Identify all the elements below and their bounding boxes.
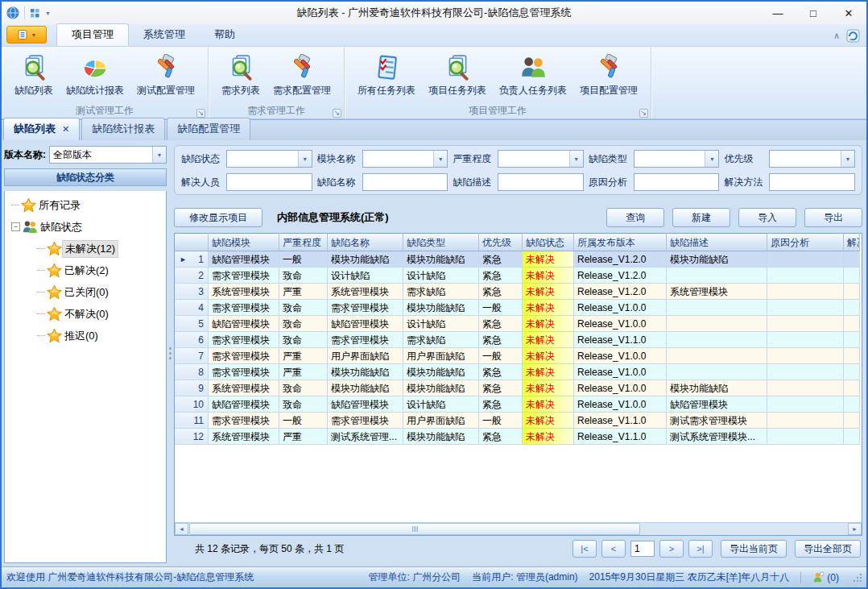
ribbon-tab-3[interactable]: 帮助 bbox=[200, 24, 250, 46]
dialog-launcher-icon[interactable]: ↘ bbox=[333, 109, 341, 118]
filter-combo-缺陷状态[interactable]: ▼ bbox=[226, 150, 312, 168]
ribbon-button-缺陷列表[interactable]: 缺陷列表 bbox=[8, 50, 60, 102]
ribbon-button-项目配置管理[interactable]: 项目配置管理 bbox=[573, 50, 644, 102]
row-number-cell: 7 bbox=[175, 348, 209, 364]
ribbon-tab-1[interactable]: 项目管理 bbox=[56, 23, 129, 46]
action-button-导出[interactable]: 导出 bbox=[804, 208, 862, 227]
column-header-缺陷名称[interactable]: 缺陷名称 bbox=[328, 234, 403, 251]
tree-item-所有记录[interactable]: 所有记录 bbox=[5, 194, 166, 216]
application-menu-button[interactable]: ▼ bbox=[6, 26, 47, 44]
tree-item-未解决(12)[interactable]: 未解决(12) bbox=[5, 238, 166, 259]
table-row[interactable]: 11需求管理模块一般需求管理模块用户界面缺陷一般未解决Release_V1.1.… bbox=[175, 413, 862, 429]
dropdown-arrow-icon[interactable]: ▼ bbox=[705, 151, 718, 167]
doc-tab-3[interactable]: 缺陷配置管理 bbox=[167, 118, 250, 140]
first-page-button[interactable]: |< bbox=[572, 540, 597, 558]
dropdown-arrow-icon[interactable]: ▼ bbox=[433, 151, 447, 167]
filter-combo-优先级[interactable]: ▼ bbox=[769, 150, 855, 168]
ribbon-button-label: 项目配置管理 bbox=[580, 84, 638, 97]
filter-input-解决方法[interactable] bbox=[769, 173, 855, 191]
action-button-导入[interactable]: 导入 bbox=[738, 208, 796, 227]
tree-item-已关闭(0)[interactable]: 已关闭(0) bbox=[5, 281, 166, 303]
table-row[interactable]: 8需求管理模块严重模块功能缺陷模块功能缺陷紧急未解决Release_V1.0.0 bbox=[175, 364, 862, 380]
resize-grip[interactable] bbox=[854, 574, 862, 582]
ribbon-button-需求配置管理[interactable]: 需求配置管理 bbox=[267, 50, 337, 102]
vertical-splitter[interactable] bbox=[167, 140, 173, 566]
export-current-page-button[interactable]: 导出当前页 bbox=[721, 540, 787, 558]
column-header-优先级[interactable]: 优先级 bbox=[479, 234, 523, 251]
column-header-原因分析[interactable]: 原因分析 bbox=[767, 234, 844, 251]
table-row[interactable]: 3系统管理模块严重系统管理模块需求缺陷紧急未解决Release_V1.2.0系统… bbox=[175, 284, 862, 300]
quick-access-grid-icon[interactable] bbox=[30, 8, 40, 19]
ribbon-button-测试配置管理[interactable]: 测试配置管理 bbox=[130, 50, 201, 102]
table-row[interactable]: 4需求管理模块致命需求管理模块模块功能缺陷一般未解决Release_V1.0.0 bbox=[175, 300, 862, 316]
column-header-缺陷类型[interactable]: 缺陷类型 bbox=[403, 234, 479, 251]
dialog-launcher-icon[interactable]: ↘ bbox=[196, 109, 205, 118]
tree-item-推迟(0)[interactable]: 推迟(0) bbox=[5, 325, 166, 346]
ribbon-tab-2[interactable]: 系统管理 bbox=[129, 24, 200, 46]
minimize-button[interactable]: — bbox=[760, 2, 796, 24]
dialog-launcher-icon[interactable]: ↘ bbox=[639, 109, 648, 118]
column-header-缺陷描述[interactable]: 缺陷描述 bbox=[667, 234, 767, 251]
tree-expander-icon[interactable]: − bbox=[11, 222, 20, 231]
current-user-text: 当前用户: 管理员(admin) bbox=[472, 570, 577, 584]
table-row[interactable]: 2需求管理模块致命设计缺陷设计缺陷紧急未解决Release_V1.2.0 bbox=[175, 268, 862, 284]
export-all-pages-button[interactable]: 导出全部页 bbox=[795, 540, 861, 558]
maximize-button[interactable]: □ bbox=[796, 2, 831, 24]
filter-input-解决人员[interactable] bbox=[226, 173, 312, 191]
doc-tab-1[interactable]: 缺陷列表✕ bbox=[3, 118, 80, 140]
column-header-缺陷模块[interactable]: 缺陷模块 bbox=[209, 234, 279, 251]
close-button[interactable]: ✕ bbox=[831, 2, 866, 24]
table-row[interactable]: 12系统管理模块严重测试系统管理...模块功能缺陷紧急未解决Release_V1… bbox=[175, 429, 862, 445]
tree-item-已解决(2)[interactable]: 已解决(2) bbox=[5, 259, 166, 281]
tree-item-label: 未解决(12) bbox=[62, 240, 118, 258]
filter-input-缺陷名称[interactable] bbox=[362, 173, 448, 191]
table-row[interactable]: 5缺陷管理模块致命缺陷管理模块设计缺陷紧急未解决Release_V1.0.0 bbox=[175, 316, 862, 332]
filter-combo-缺陷类型[interactable]: ▼ bbox=[634, 150, 720, 168]
ribbon-collapse-icon[interactable]: ∧ bbox=[833, 31, 840, 41]
prev-page-button[interactable]: < bbox=[601, 540, 626, 558]
last-page-button[interactable]: >| bbox=[688, 540, 713, 558]
scroll-right-icon[interactable]: ► bbox=[848, 523, 862, 535]
ribbon-button-所有任务列表[interactable]: 所有任务列表 bbox=[351, 50, 422, 102]
version-select[interactable]: 全部版本 ▼ bbox=[49, 146, 167, 164]
tree-item-缺陷状态[interactable]: − 缺陷状态 bbox=[5, 216, 166, 238]
action-button-查询[interactable]: 查询 bbox=[606, 208, 664, 227]
next-page-button[interactable]: > bbox=[659, 540, 684, 558]
filter-combo-模块名称[interactable]: ▼ bbox=[362, 150, 448, 168]
modify-columns-button[interactable]: 修改显示项目 bbox=[174, 208, 262, 227]
content-panel: 缺陷状态▼模块名称▼严重程度▼缺陷类型▼优先级▼ 解决人员缺陷名称缺陷描述原因分… bbox=[174, 145, 862, 563]
filter-input-缺陷描述[interactable] bbox=[498, 173, 584, 191]
filter-input-原因分析[interactable] bbox=[634, 173, 720, 191]
filter-combo-严重程度[interactable]: ▼ bbox=[498, 150, 584, 168]
help-icon[interactable] bbox=[846, 29, 860, 43]
scroll-left-icon[interactable]: ◄ bbox=[175, 523, 188, 535]
ribbon-button-负责人任务列表[interactable]: 负责人任务列表 bbox=[493, 50, 573, 102]
column-header-严重程度[interactable]: 严重程度 bbox=[279, 234, 328, 251]
ribbon-button-项目任务列表[interactable]: 项目任务列表 bbox=[422, 50, 493, 102]
column-header-所属发布版本[interactable]: 所属发布版本 bbox=[574, 234, 667, 251]
tab-close-icon[interactable]: ✕ bbox=[62, 124, 69, 135]
column-header-解决方法[interactable]: 解决方法 bbox=[844, 234, 860, 251]
dropdown-arrow-icon[interactable]: ▼ bbox=[298, 151, 312, 167]
ribbon-button-缺陷统计报表[interactable]: 缺陷统计报表 bbox=[60, 50, 130, 102]
ribbon-button-需求列表[interactable]: 需求列表 bbox=[215, 50, 267, 102]
action-button-新建[interactable]: 新建 bbox=[672, 208, 730, 227]
dropdown-arrow-icon[interactable]: ▼ bbox=[152, 147, 166, 163]
cell-缺陷描述: 模块功能缺陷 bbox=[667, 380, 767, 396]
horizontal-scrollbar[interactable]: ◄ ► bbox=[175, 522, 862, 535]
dropdown-arrow-icon[interactable]: ▼ bbox=[841, 151, 854, 167]
column-header-缺陷状态[interactable]: 缺陷状态 bbox=[523, 234, 574, 251]
dropdown-arrow-icon[interactable]: ▼ bbox=[569, 151, 583, 167]
online-users-indicator[interactable]: (0) bbox=[812, 571, 839, 583]
tree-item-不解决(0)[interactable]: 不解决(0) bbox=[5, 303, 166, 325]
scrollbar-thumb[interactable] bbox=[189, 523, 640, 535]
table-row[interactable]: 6需求管理模块致命需求管理模块需求缺陷紧急未解决Release_V1.1.0 bbox=[175, 332, 862, 348]
table-row[interactable]: 7需求管理模块严重用户界面缺陷用户界面缺陷一般未解决Release_V1.0.0 bbox=[175, 348, 862, 364]
table-row[interactable]: 9系统管理模块致命模块功能缺陷模块功能缺陷紧急未解决Release_V1.0.0… bbox=[175, 380, 862, 396]
cell-缺陷模块: 需求管理模块 bbox=[209, 268, 279, 284]
table-row[interactable]: ►1缺陷管理模块一般模块功能缺陷模块功能缺陷紧急未解决Release_V1.2.… bbox=[175, 251, 862, 268]
page-number-input[interactable] bbox=[630, 541, 655, 557]
doc-tab-2[interactable]: 缺陷统计报表 bbox=[81, 118, 165, 140]
table-row[interactable]: 10缺陷管理模块致命缺陷管理模块设计缺陷紧急未解决Release_V1.0.0缺… bbox=[175, 396, 862, 413]
chevron-down-icon[interactable]: ▼ bbox=[45, 10, 51, 16]
